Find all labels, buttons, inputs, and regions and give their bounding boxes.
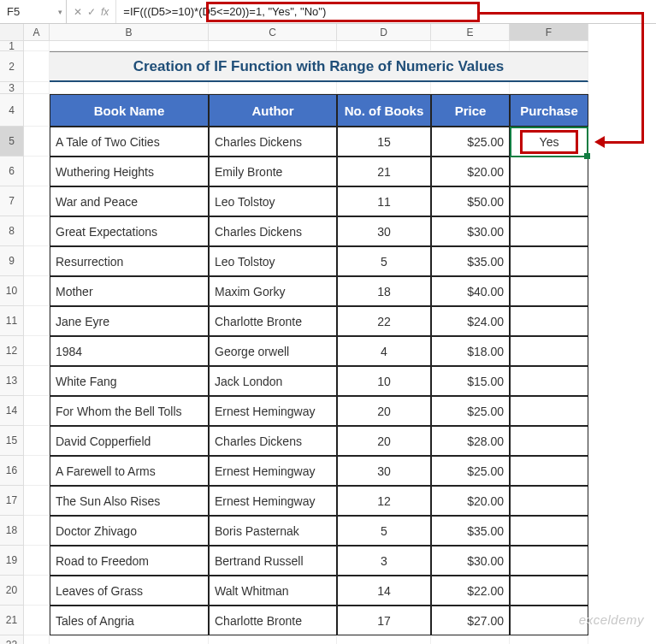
cell-book-name[interactable]: Road to Freedom (50, 546, 209, 576)
header-price[interactable]: Price (431, 94, 510, 127)
cell-author[interactable]: Leo Tolstoy (209, 186, 337, 216)
row-header-21[interactable]: 21 (0, 606, 24, 635)
row-header-12[interactable]: 12 (0, 336, 24, 366)
cell-price[interactable]: $20.00 (431, 486, 510, 516)
cell-book-name[interactable]: White Fang (50, 366, 209, 396)
row-header-15[interactable]: 15 (0, 426, 24, 456)
header-author[interactable]: Author (209, 94, 337, 127)
cell[interactable] (50, 635, 209, 644)
cell-book-name[interactable]: 1984 (50, 336, 209, 366)
cell-author[interactable]: Ernest Hemingway (209, 486, 337, 516)
cell-purchase[interactable] (510, 336, 588, 366)
cell-purchase[interactable] (510, 516, 588, 546)
cell-purchase[interactable] (510, 246, 588, 276)
cell-purchase[interactable]: Yes (510, 127, 588, 157)
cell-no-books[interactable]: 22 (337, 306, 431, 336)
spreadsheet-grid[interactable]: A B C D E F 1 2 Creation of IF Function … (0, 24, 656, 644)
cell-book-name[interactable]: Doctor Zhivago (50, 516, 209, 546)
cell-author[interactable]: Maxim Gorky (209, 276, 337, 306)
cell[interactable] (337, 41, 431, 51)
cell-purchase[interactable] (510, 576, 588, 606)
cell-purchase[interactable] (510, 276, 588, 306)
cell-book-name[interactable]: Mother (50, 276, 209, 306)
cell[interactable] (431, 41, 510, 51)
cell-purchase[interactable] (510, 216, 588, 246)
cell-price[interactable]: $25.00 (431, 456, 510, 486)
row-header-11[interactable]: 11 (0, 306, 24, 336)
cell-author[interactable]: George orwell (209, 336, 337, 366)
col-header-A[interactable]: A (24, 24, 50, 41)
cell[interactable] (24, 82, 50, 94)
cell[interactable] (510, 41, 588, 51)
cell[interactable] (24, 635, 50, 644)
cell-price[interactable]: $30.00 (431, 216, 510, 246)
cell-no-books[interactable]: 3 (337, 546, 431, 576)
cell-book-name[interactable]: Jane Eyre (50, 306, 209, 336)
cell[interactable] (337, 635, 431, 644)
cell-price[interactable]: $18.00 (431, 336, 510, 366)
cell-price[interactable]: $35.00 (431, 516, 510, 546)
col-header-E[interactable]: E (431, 24, 510, 41)
row-header-22[interactable]: 22 (0, 635, 24, 644)
col-header-D[interactable]: D (337, 24, 431, 41)
cell-purchase[interactable] (510, 306, 588, 336)
cell[interactable] (24, 246, 50, 276)
header-no-books[interactable]: No. of Books (337, 94, 431, 127)
formula-input[interactable]: =IF(((D5>=10)*(D5<=20))=1, "Yes", "No") (116, 0, 656, 23)
cell-price[interactable]: $35.00 (431, 246, 510, 276)
cell-author[interactable]: Charlotte Bronte (209, 306, 337, 336)
cell-author[interactable]: Charles Dickens (209, 127, 337, 157)
row-header-18[interactable]: 18 (0, 516, 24, 546)
row-header-10[interactable]: 10 (0, 276, 24, 306)
cell-purchase[interactable] (510, 396, 588, 426)
row-header-20[interactable]: 20 (0, 576, 24, 606)
name-box[interactable]: F5 ▾ (0, 0, 67, 23)
cell-no-books[interactable]: 30 (337, 456, 431, 486)
cell-price[interactable]: $15.00 (431, 366, 510, 396)
cell-book-name[interactable]: David Copperfield (50, 426, 209, 456)
cell-purchase[interactable] (510, 606, 588, 635)
cell[interactable] (431, 635, 510, 644)
cell-no-books[interactable]: 15 (337, 127, 431, 157)
cell-purchase[interactable] (510, 186, 588, 216)
cell-purchase[interactable] (510, 486, 588, 516)
cell[interactable] (24, 486, 50, 516)
row-header-3[interactable]: 3 (0, 82, 24, 94)
cell[interactable] (24, 426, 50, 456)
cell[interactable] (24, 94, 50, 127)
cell-price[interactable]: $24.00 (431, 306, 510, 336)
cell[interactable] (209, 635, 337, 644)
cell-book-name[interactable]: The Sun Also Rises (50, 486, 209, 516)
header-purchase[interactable]: Purchase (510, 94, 588, 127)
cell[interactable] (209, 82, 337, 94)
cell-author[interactable]: Emily Bronte (209, 157, 337, 186)
cell[interactable] (24, 576, 50, 606)
cell-book-name[interactable]: Leaves of Grass (50, 576, 209, 606)
cell[interactable] (24, 606, 50, 635)
row-header-6[interactable]: 6 (0, 157, 24, 186)
cell-purchase[interactable] (510, 456, 588, 486)
col-header-B[interactable]: B (50, 24, 209, 41)
cell[interactable] (24, 276, 50, 306)
cell[interactable] (50, 41, 209, 51)
cell-price[interactable]: $30.00 (431, 546, 510, 576)
row-header-19[interactable]: 19 (0, 546, 24, 576)
cell[interactable] (510, 82, 588, 94)
cell-price[interactable]: $22.00 (431, 576, 510, 606)
cell-no-books[interactable]: 11 (337, 186, 431, 216)
cell-price[interactable]: $40.00 (431, 276, 510, 306)
cell[interactable] (24, 546, 50, 576)
cell[interactable] (50, 82, 209, 94)
row-header-8[interactable]: 8 (0, 216, 24, 246)
cell-book-name[interactable]: Wuthering Heights (50, 157, 209, 186)
cell-price[interactable]: $27.00 (431, 606, 510, 635)
cell[interactable] (24, 456, 50, 486)
cell-no-books[interactable]: 10 (337, 366, 431, 396)
cell-no-books[interactable]: 5 (337, 246, 431, 276)
cell-no-books[interactable]: 18 (337, 276, 431, 306)
row-header-17[interactable]: 17 (0, 486, 24, 516)
cell-author[interactable]: Walt Whitman (209, 576, 337, 606)
cell-price[interactable]: $50.00 (431, 186, 510, 216)
cell[interactable] (337, 82, 431, 94)
cell-author[interactable]: Jack London (209, 366, 337, 396)
